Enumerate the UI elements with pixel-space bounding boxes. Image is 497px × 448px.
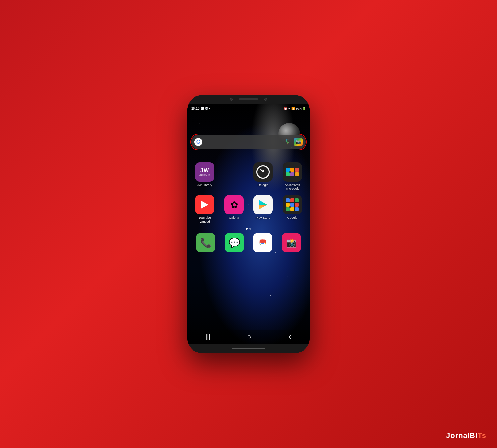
watermark-text2: Ts <box>478 431 486 440</box>
play-store-icon <box>253 195 273 214</box>
google-apps-icon <box>283 195 302 214</box>
dock-camera[interactable]: 📸 <box>278 233 304 252</box>
microsoft-label: Aplicativos Microsoft <box>281 183 304 191</box>
galeria-label: Galeria <box>229 216 239 219</box>
google-search-wrapper[interactable]: G 🎙 📷 <box>191 135 306 149</box>
dock-chrome-icon <box>253 233 272 252</box>
play-store-label: Play Store <box>256 216 270 219</box>
bluetooth-icon: ✴ <box>288 107 291 110</box>
phone-screen: 16:10 🖼 💬 • ⏰ ✴ 📶 30% 🔋 <box>187 104 310 344</box>
screen-content: G 🎙 📷 JW LIB <box>187 112 310 330</box>
app-microsoft[interactable]: Aplicativos Microsoft <box>279 162 306 191</box>
status-left: 16:10 🖼 💬 • <box>191 107 210 110</box>
jw-library-icon: JW LIBRARY <box>195 162 214 182</box>
dot-1 <box>246 228 248 230</box>
relogio-label: Relógio <box>258 183 268 187</box>
battery-icon: 🔋 <box>302 107 306 110</box>
app-youtube-vanced[interactable]: YouTube Vanced <box>191 195 218 223</box>
g-cell-7 <box>286 207 290 211</box>
google-lens-icon[interactable]: 📷 <box>294 138 303 146</box>
time-display: 16:10 <box>191 107 200 110</box>
g-cell-9 <box>295 207 299 211</box>
watermark: JornalBITs <box>446 431 486 440</box>
ms-teams-icon <box>286 172 290 176</box>
google-search-bar[interactable]: G 🎙 📷 <box>191 135 306 149</box>
svg-rect-6 <box>256 236 269 249</box>
mic-icon[interactable]: 🎙 <box>285 138 291 146</box>
nav-bar: ||| ○ ‹ <box>187 330 310 344</box>
alarm-icon: ⏰ <box>284 107 287 110</box>
empty-slot-1 <box>220 162 248 191</box>
g-cell-1 <box>286 198 290 202</box>
galeria-icon: ✿ <box>224 195 244 214</box>
app-grid-row2: YouTube Vanced ✿ Galeria <box>191 195 306 223</box>
ms-pp-icon <box>295 168 299 172</box>
ms-outlook-icon <box>295 172 299 176</box>
app-google[interactable]: Google <box>279 195 306 223</box>
page-dots <box>191 228 306 230</box>
youtube-vanced-label: YouTube Vanced <box>193 216 216 223</box>
app-jw-library[interactable]: JW LIBRARY JW Library <box>191 162 218 191</box>
g-cell-3 <box>295 198 299 202</box>
g-cell-8 <box>290 207 294 211</box>
watermark-text1: JornalBI <box>446 431 478 440</box>
relogio-icon <box>253 162 273 182</box>
home-button[interactable]: ○ <box>247 332 251 341</box>
google-apps-label: Google <box>287 216 298 219</box>
g-cell-5 <box>290 203 294 207</box>
home-indicator <box>232 348 265 349</box>
sensor <box>264 98 267 101</box>
g-cell-4 <box>286 203 290 207</box>
dot-2 <box>249 228 251 230</box>
ms-excel-icon <box>290 168 294 172</box>
app-galeria[interactable]: ✿ Galeria <box>220 195 248 223</box>
status-bar: 16:10 🖼 💬 • ⏰ ✴ 📶 30% 🔋 <box>187 104 310 112</box>
dock-whatsapp-icon: 💬 <box>225 233 244 252</box>
app-relogio[interactable]: Relógio <box>249 162 277 191</box>
clock-tick <box>263 167 263 169</box>
g-cell-2 <box>290 198 294 202</box>
app-grid-row1: JW LIBRARY JW Library <box>191 162 306 191</box>
dock-phone-icon: 📞 <box>196 233 215 252</box>
jw-library-label: JW Library <box>197 183 212 187</box>
recents-button[interactable]: ||| <box>206 333 210 340</box>
phone-top-bar <box>187 95 310 104</box>
dock-whatsapp[interactable]: 💬 <box>221 233 248 252</box>
photo-icon: 🖼 <box>201 107 204 110</box>
playstore-svg <box>257 199 269 211</box>
dock-row: 📞 💬 <box>191 233 306 252</box>
svg-marker-1 <box>259 205 267 209</box>
microsoft-icon <box>283 162 302 182</box>
ms-word-icon <box>286 168 290 172</box>
ms-onenote-icon <box>290 172 294 176</box>
phone-bottom-bar <box>187 344 310 353</box>
battery-display: 30% <box>296 107 302 110</box>
back-button[interactable]: ‹ <box>289 331 292 342</box>
youtube-vanced-icon <box>195 195 214 214</box>
chat-icon: 💬 <box>205 107 208 110</box>
status-right: ⏰ ✴ 📶 30% 🔋 <box>284 107 306 110</box>
g-cell-6 <box>295 203 299 207</box>
dock-camera-icon: 📸 <box>282 233 301 252</box>
app-play-store[interactable]: Play Store <box>249 195 277 223</box>
phone-device: 16:10 🖼 💬 • ⏰ ✴ 📶 30% 🔋 <box>187 95 310 353</box>
dock-phone[interactable]: 📞 <box>193 233 219 252</box>
dock-chrome[interactable] <box>249 233 276 252</box>
front-camera <box>230 98 233 101</box>
clock-hand-hour <box>262 169 265 172</box>
signal-icon: 📶 <box>291 107 295 110</box>
dot-indicator: • <box>209 107 211 110</box>
play-icon <box>201 201 208 209</box>
google-g-logo: G <box>194 138 202 146</box>
clock-face <box>256 165 270 179</box>
speaker <box>239 98 258 100</box>
